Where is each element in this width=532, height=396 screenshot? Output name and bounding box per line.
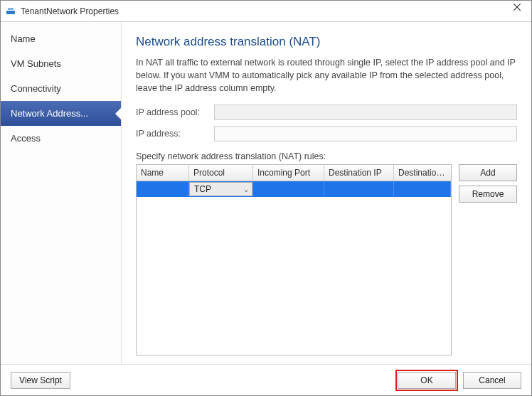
grid-body: TCP ⌄ xyxy=(137,181,451,355)
svg-rect-0 xyxy=(6,11,15,14)
dialog-footer: View Script OK Cancel xyxy=(1,364,531,395)
remove-button[interactable]: Remove xyxy=(459,186,517,203)
sidebar-item-access[interactable]: Access xyxy=(1,126,121,151)
rules-label: Specify network address translation (NAT… xyxy=(136,151,517,161)
sidebar: Name VM Subnets Connectivity Network Add… xyxy=(1,22,122,364)
add-button[interactable]: Add xyxy=(459,164,517,181)
grid-header: Name Protocol Incoming Port Destination … xyxy=(137,165,451,181)
main-panel: Network address translation (NAT) In NAT… xyxy=(122,22,531,364)
cell-destination-port[interactable] xyxy=(394,181,451,197)
window-title: TenantNetwork Properties xyxy=(21,6,503,16)
ip-address-label: IP address: xyxy=(136,129,214,139)
sidebar-item-vm-subnets[interactable]: VM Subnets xyxy=(1,51,121,76)
titlebar: TenantNetwork Properties xyxy=(1,1,531,22)
column-header-incoming-port[interactable]: Incoming Port xyxy=(253,165,324,181)
page-description: In NAT all traffic to external network i… xyxy=(136,56,517,95)
view-script-button[interactable]: View Script xyxy=(11,372,70,389)
ip-address-row: IP address: xyxy=(136,126,517,141)
column-header-destination-ip[interactable]: Destination IP xyxy=(324,165,394,181)
column-header-destination-port[interactable]: Destination P... xyxy=(394,165,451,181)
ip-pool-label: IP address pool: xyxy=(136,107,214,117)
app-icon xyxy=(5,6,16,17)
grid-side-buttons: Add Remove xyxy=(459,164,517,355)
ip-address-field[interactable] xyxy=(214,126,517,141)
sidebar-item-name[interactable]: Name xyxy=(1,26,121,51)
cell-incoming-port[interactable] xyxy=(253,181,324,197)
cell-destination-ip[interactable] xyxy=(324,181,394,197)
dialog-body: Name VM Subnets Connectivity Network Add… xyxy=(1,22,531,364)
ip-pool-row: IP address pool: xyxy=(136,105,517,120)
ok-button[interactable]: OK xyxy=(398,372,456,389)
page-heading: Network address translation (NAT) xyxy=(136,35,517,49)
table-row[interactable]: TCP ⌄ xyxy=(137,181,451,197)
ip-pool-field xyxy=(214,105,517,120)
dialog-window: TenantNetwork Properties Name VM Subnets… xyxy=(0,0,532,396)
cell-protocol[interactable]: TCP ⌄ xyxy=(189,181,253,197)
column-header-protocol[interactable]: Protocol xyxy=(189,165,253,181)
svg-rect-1 xyxy=(8,8,14,10)
close-button[interactable] xyxy=(503,1,531,21)
cancel-button[interactable]: Cancel xyxy=(463,372,521,389)
protocol-value: TCP xyxy=(194,184,211,194)
chevron-down-icon: ⌄ xyxy=(243,186,249,193)
rules-grid: Name Protocol Incoming Port Destination … xyxy=(136,164,452,355)
sidebar-item-connectivity[interactable]: Connectivity xyxy=(1,76,121,101)
rules-area: Name Protocol Incoming Port Destination … xyxy=(136,164,517,355)
column-header-name[interactable]: Name xyxy=(137,165,189,181)
sidebar-item-network-address[interactable]: Network Address... xyxy=(1,101,121,126)
cell-name[interactable] xyxy=(137,181,189,197)
